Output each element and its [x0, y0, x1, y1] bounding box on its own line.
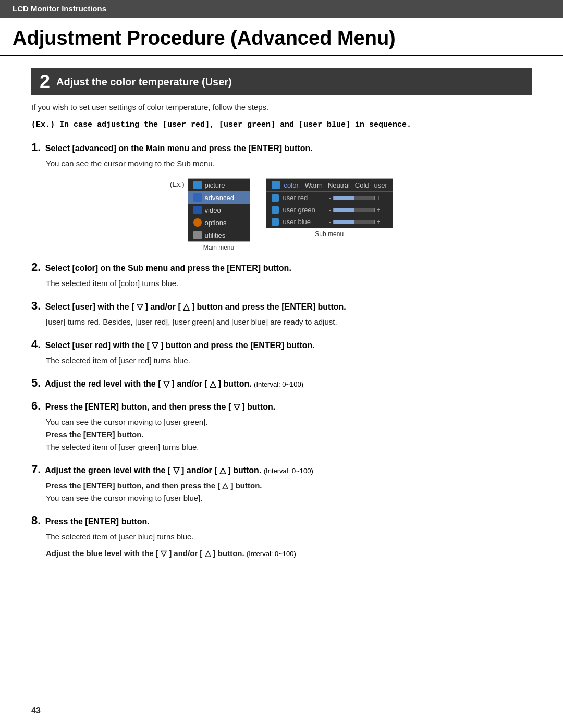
step-1: 1. Select [advanced] on the Main menu an… [31, 141, 532, 251]
slider-user-red: - + [329, 194, 387, 202]
sub-menu-label: Sub menu [266, 230, 393, 238]
step-3-body: [user] turns red. Besides, [user red], [… [46, 316, 532, 328]
sub-menu-row-user-green: user green - + [266, 204, 393, 216]
step-6-sub-bold: Press the [ENTER] button. [46, 430, 144, 439]
sub-menu-row-user-red: user red - + [266, 192, 393, 204]
section-number: 2 [40, 72, 50, 91]
step-6-heading: 6. Press the [ENTER] button, and then pr… [31, 399, 532, 413]
step-2: 2. Select [color] on the Sub menu and pr… [31, 261, 532, 290]
step-7-sub-bold: Press the [ENTER] button, and then press… [46, 481, 262, 490]
step-8-footer-note: (Interval: 0~100) [247, 550, 296, 558]
step-2-heading: 2. Select [color] on the Sub menu and pr… [31, 261, 532, 274]
step-7-heading: 7. Adjust the green level with the [ ▽ ]… [31, 463, 532, 476]
step-8-heading: 8. Press the [ENTER] button. [31, 514, 532, 527]
options-icon [193, 218, 202, 227]
main-menu: picture advanced video [188, 178, 250, 251]
advanced-icon [193, 193, 202, 202]
step-6-body: You can see the cursor moving to [user g… [46, 416, 532, 453]
section-title: Adjust the color temperature (User) [56, 76, 232, 88]
step-5-note: (Interval: 0~100) [254, 380, 303, 388]
section-header: 2 Adjust the color temperature (User) [31, 68, 532, 95]
step-8: 8. Press the [ENTER] button. The selecte… [31, 514, 532, 560]
step-6: 6. Press the [ENTER] button, and then pr… [31, 399, 532, 453]
menu-item-video: video [188, 204, 250, 216]
step-3: 3. Select [user] with the [ ▽ ] and/or [… [31, 299, 532, 328]
page-number: 43 [31, 706, 41, 715]
step-2-body: The selected item of [color] turns blue. [46, 277, 532, 290]
picture-icon [193, 181, 202, 189]
step-4: 4. Select [user red] with the [ ▽ ] butt… [31, 338, 532, 367]
header-title: LCD Monitor Instructions [13, 4, 106, 13]
step-8-footer: Adjust the blue level with the [ ▽ ] and… [46, 547, 532, 560]
menu-item-options: options [188, 216, 250, 229]
user-red-icon [272, 194, 279, 202]
step-7: 7. Adjust the green level with the [ ▽ ]… [31, 463, 532, 504]
intro-text: If you wish to set user settings of colo… [31, 103, 532, 112]
sub-menu-header: color Warm Neutral Cold user [266, 179, 393, 192]
step-7-note: (Interval: 0~100) [264, 467, 313, 475]
utilities-icon [193, 231, 202, 239]
bold-note: (Ex.) In case adjusting the [user red], … [31, 119, 532, 131]
step-4-heading: 4. Select [user red] with the [ ▽ ] butt… [31, 338, 532, 351]
main-menu-label: Main menu [188, 244, 250, 251]
sub-menu: color Warm Neutral Cold user user red [266, 178, 393, 238]
slider-user-green: - + [329, 206, 387, 214]
step-1-heading: 1. Select [advanced] on the Main menu an… [31, 141, 532, 154]
step-7-body: Press the [ENTER] button, and then press… [46, 479, 532, 504]
user-blue-icon [272, 218, 279, 226]
menu-item-advanced: advanced [188, 191, 250, 204]
step-1-body: You can see the cursor moving to the Sub… [46, 157, 532, 170]
step-5-heading: 5. Adjust the red level with the [ ▽ ] a… [31, 376, 532, 390]
user-green-icon [272, 206, 279, 214]
step-4-body: The selected item of [user red] turns bl… [46, 354, 532, 367]
step-3-heading: 3. Select [user] with the [ ▽ ] and/or [… [31, 299, 532, 313]
step-5: 5. Adjust the red level with the [ ▽ ] a… [31, 376, 532, 390]
diagram: (Ex.) picture advanced [31, 178, 532, 251]
menu-item-picture: picture [188, 179, 250, 191]
main-title: Adjustment Procedure (Advanced Menu) [0, 18, 563, 56]
sub-color-icon [272, 181, 280, 189]
slider-user-blue: - + [329, 218, 387, 226]
menu-item-utilities: utilities [188, 229, 250, 241]
sub-menu-row-user-blue: user blue - + [266, 216, 393, 228]
video-icon [193, 206, 202, 214]
color-temp-options: Warm Neutral Cold user [305, 181, 387, 189]
step-8-body: The selected item of [user blue] turns b… [46, 530, 532, 543]
ex-label: (Ex.) [170, 180, 184, 188]
